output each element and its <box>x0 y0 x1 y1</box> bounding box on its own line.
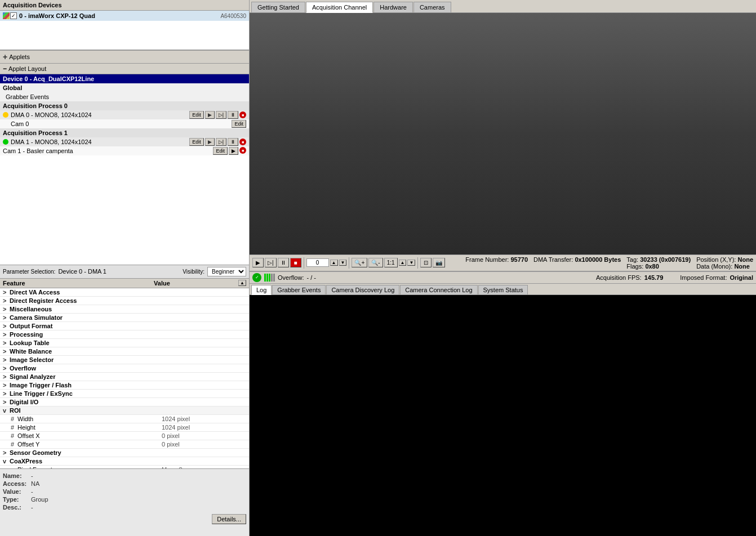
tab-grabber-events[interactable]: Grabber Events <box>272 285 326 294</box>
feature-row[interactable]: >Image Selector <box>0 356 249 364</box>
zoom-out-button[interactable]: 🔍- <box>368 258 383 267</box>
cam0-edit-btn[interactable]: Edit <box>232 120 246 128</box>
pause-button[interactable]: ⏸ <box>278 258 289 267</box>
zoom-down-btn[interactable]: ▼ <box>407 260 415 266</box>
expand-icon[interactable]: > <box>3 348 10 355</box>
dma0-play-btn[interactable]: ▶ <box>205 111 215 119</box>
cam1-play-btn[interactable]: ▶ <box>229 147 238 155</box>
prop-access-value: NA <box>31 480 39 487</box>
acq-fps-value: 145.79 <box>644 274 664 281</box>
snapshot-button[interactable]: 📷 <box>433 258 445 267</box>
expand-icon[interactable]: > <box>3 306 10 312</box>
tab-camera-discovery-log[interactable]: Camera Discovery Log <box>326 285 399 294</box>
expand-icon[interactable]: > <box>3 373 10 380</box>
global-label: Global <box>0 83 249 92</box>
tab-getting-started[interactable]: Getting Started <box>251 2 305 12</box>
cam1-edit-btn[interactable]: Edit <box>213 147 228 155</box>
expand-icon[interactable]: > <box>3 449 10 456</box>
feature-row[interactable]: #Offset Y0 pixel <box>0 440 249 449</box>
fit-button[interactable]: ⊡ <box>420 258 432 267</box>
expand-icon[interactable]: > <box>3 382 10 388</box>
feature-name: Processing <box>10 331 162 338</box>
device-checkbox[interactable]: ✓ <box>10 12 17 19</box>
frame-down-btn[interactable]: ▼ <box>339 260 347 266</box>
device-row[interactable]: ✓ 0 - imaWorx CXP-12 Quad A6400530 <box>0 11 249 21</box>
tab-hardware[interactable]: Hardware <box>373 2 413 12</box>
dma1-edit-btn[interactable]: Edit <box>189 138 204 146</box>
feature-row[interactable]: >Camera Simulator <box>0 314 249 322</box>
feature-row[interactable]: >Miscellaneous <box>0 305 249 314</box>
dma1-stop-btn[interactable]: ■ <box>239 139 246 145</box>
feature-name: Miscellaneous <box>10 306 162 312</box>
expand-icon[interactable]: > <box>3 314 10 321</box>
feature-row[interactable]: >White Balance <box>0 347 249 356</box>
cam1-text: Cam 1 - Basler campenta <box>3 148 213 154</box>
feature-row[interactable]: >Lookup Table <box>0 339 249 347</box>
acq-process-1-label: Acquisition Process 1 <box>0 128 249 137</box>
param-selection-bar: Parameter Selection: Device 0 - DMA 1 Vi… <box>0 265 249 279</box>
details-button[interactable]: Details... <box>212 514 246 524</box>
stop-button[interactable]: ■ <box>290 258 301 267</box>
zoom-in-button[interactable]: 🔍+ <box>352 258 367 267</box>
feature-row[interactable]: >Sensor Geometry <box>0 449 249 457</box>
dma0-stop-btn[interactable]: ■ <box>239 111 246 118</box>
cam1-stop-btn[interactable]: ■ <box>239 147 246 154</box>
play-button[interactable]: ▶ <box>252 258 264 267</box>
feature-row[interactable]: vROI <box>0 407 249 415</box>
feature-row[interactable]: >Signal Analyzer <box>0 373 249 381</box>
feature-row[interactable]: #Height1024 pixel <box>0 423 249 432</box>
properties-panel: Name: - Access: NA Value: - Type: Group … <box>0 468 249 536</box>
feature-name: Image Selector <box>10 356 162 363</box>
zoom-11-button[interactable]: 1:1 <box>384 258 398 267</box>
dma1-step-btn[interactable]: ▷| <box>216 138 226 146</box>
tab-camera-connection-log[interactable]: Camera Connection Log <box>400 285 477 294</box>
dma0-edit-btn[interactable]: Edit <box>189 111 204 119</box>
frame-number-input[interactable] <box>306 258 329 267</box>
expand-icon[interactable]: > <box>3 340 10 346</box>
feature-row[interactable]: >Line Trigger / ExSync <box>0 390 249 398</box>
minus-icon[interactable]: − <box>3 65 7 73</box>
expand-icon[interactable]: > <box>3 297 10 304</box>
feature-col-header: Feature <box>3 280 154 287</box>
collapse-icon[interactable]: v <box>3 458 10 464</box>
feature-row[interactable]: >Image Trigger / Flash <box>0 381 249 390</box>
feature-row[interactable]: >Direct VA Access <box>0 288 249 297</box>
device-title-row: Device 0 - Acq_DualCXP12Line <box>0 74 249 83</box>
feature-row[interactable]: >Digital I/O <box>0 398 249 407</box>
acq-fps-label: Acquisition FPS: <box>596 274 642 281</box>
visibility-select[interactable]: Beginner <box>207 267 246 276</box>
expand-icon[interactable]: > <box>3 323 10 329</box>
dma0-pause-btn[interactable]: ⏸ <box>228 111 238 119</box>
feature-row[interactable]: #Width1024 pixel <box>0 415 249 423</box>
expand-icon[interactable]: > <box>3 390 10 397</box>
step-button[interactable]: ▷| <box>265 258 277 267</box>
dma1-pause-btn[interactable]: ⏸ <box>228 138 238 146</box>
feature-row[interactable]: >Direct Register Access <box>0 297 249 305</box>
feature-row[interactable]: vCoaXPress <box>0 457 249 466</box>
zoom-up-btn[interactable]: ▲ <box>399 260 407 266</box>
collapse-icon[interactable]: v <box>3 407 10 414</box>
feature-row[interactable]: #Offset X0 pixel <box>0 432 249 440</box>
expand-icon[interactable]: > <box>3 365 10 372</box>
type-icon: # <box>11 432 17 439</box>
dma0-step-btn[interactable]: ▷| <box>216 111 226 119</box>
tab-acquisition-channel[interactable]: Acquisition Channel <box>306 2 373 13</box>
feature-row[interactable]: >Overflow <box>0 364 249 373</box>
tab-system-status[interactable]: System Status <box>478 285 528 294</box>
acq-devices-content: ✓ 0 - imaWorx CXP-12 Quad A6400530 <box>0 11 249 50</box>
tab-cameras[interactable]: Cameras <box>413 2 451 12</box>
expand-icon[interactable]: > <box>3 399 10 405</box>
dma1-play-btn[interactable]: ▶ <box>205 138 215 146</box>
scroll-up-btn[interactable]: ▲ <box>238 280 246 286</box>
feature-row[interactable]: >Output Format <box>0 322 249 330</box>
expand-icon[interactable]: > <box>3 356 10 363</box>
prop-access-label: Access: <box>3 480 31 487</box>
feature-row[interactable]: >Processing <box>0 330 249 339</box>
plus-icon[interactable]: + <box>3 52 7 61</box>
tab-log[interactable]: Log <box>251 285 272 295</box>
expand-icon[interactable]: > <box>3 331 10 338</box>
expand-icon[interactable]: > <box>3 289 10 296</box>
prop-name-label: Name: <box>3 472 31 479</box>
feature-table-header: Feature Value ▲ <box>0 279 249 288</box>
frame-up-btn[interactable]: ▲ <box>330 260 338 266</box>
